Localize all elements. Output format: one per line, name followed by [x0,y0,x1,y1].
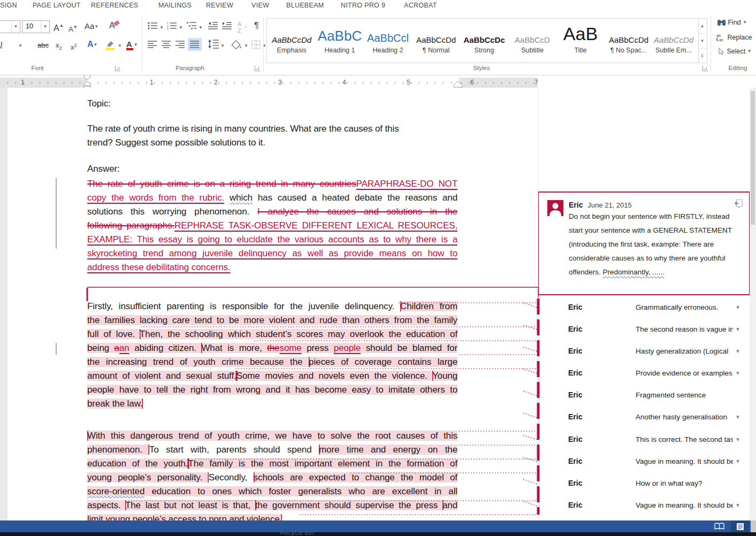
style-strong[interactable]: AaBbCcDc Strong [461,19,508,63]
chevron-down-icon[interactable]: ▼ [220,41,225,51]
text-effects-button[interactable]: A▼ [87,40,97,50]
chevron-down-icon[interactable]: ▼ [735,326,740,332]
style-no-spacing[interactable]: AaBbCcDd ¶ No Spac... [605,19,652,63]
tab-references[interactable]: REFERENCES [91,2,138,9]
styles-gallery-expand[interactable]: ⊻ [698,49,707,63]
tab-acrobat[interactable]: ACROBAT [404,2,437,9]
chevron-down-icon[interactable]: ▼ [159,23,164,33]
clear-formatting-button[interactable]: A [109,21,115,30]
align-right-button[interactable] [175,41,185,49]
comment-author[interactable]: Eric [569,201,583,209]
comment-body[interactable]: Do not begin your sentence with FIRSTLY,… [569,210,736,279]
status-bar [0,520,756,532]
comment-card-expanded[interactable]: Eric June 21, 2015 Do not begin your sen… [538,192,750,295]
subscript-button[interactable]: x2 [56,41,62,53]
print-layout-button[interactable] [731,520,749,532]
chevron-down-icon[interactable]: ▼ [179,23,183,33]
shading-button[interactable] [231,40,243,49]
underline-button[interactable]: U [0,40,3,49]
chevron-down-icon[interactable]: ▼ [118,41,122,51]
tab-mailings[interactable]: MAILINGS [158,2,192,9]
print-layout-icon [736,523,744,531]
styles-dialog-launcher[interactable] [702,66,708,71]
right-indent-marker[interactable] [453,81,463,88]
comment-row[interactable]: Eric Provide evidence or examples ▼ [538,367,750,389]
tab-page-layout[interactable]: PAGE LAYOUT [33,2,81,9]
replace-button[interactable]: abac Replace [716,33,752,41]
font-dialog-launcher[interactable] [115,66,120,71]
comment-row[interactable]: Eric Another hasty generalisation ▼ [538,411,750,433]
comment-row[interactable]: Eric This is correct. The second task ▼ [538,433,750,455]
change-case-button[interactable]: Aa▼ [85,21,98,32]
highlight-color-button[interactable] [105,40,117,50]
comment-row[interactable]: Eric Fragmented sentence [538,389,750,411]
increase-indent-button[interactable] [222,21,232,30]
chevron-down-icon[interactable]: ▼ [735,458,740,464]
multilevel-list-button[interactable] [187,21,197,30]
chevron-down-icon[interactable]: ▼ [11,21,20,33]
comment-row[interactable]: Eric Vague in meaning. It should be ▼ [538,499,750,521]
find-button[interactable]: Find ▼ [717,19,747,26]
style-title[interactable]: AaB Title [557,19,604,63]
styles-gallery: AaBbCcDd Emphasis AaBbC Heading 1 AaBbCc… [266,18,699,63]
font-group-label: Font [21,65,54,71]
chevron-down-icon[interactable]: ▼ [735,437,740,442]
tab-view[interactable]: VIEW [251,2,269,9]
comment-row[interactable]: Eric Grammatically erroneous. ▼ [538,301,750,323]
style-subtle-emphasis[interactable]: AaBbCcDd Subtle Em... [650,19,697,63]
vertical-scrollbar[interactable] [750,88,756,520]
justify-button[interactable] [188,38,202,51]
style-subtitle[interactable]: AaBbCcD Subtitle [509,19,556,63]
styles-scroll-up[interactable]: ▲ [698,19,707,34]
chevron-down-icon[interactable]: ▼ [198,23,203,33]
line-spacing-button[interactable] [208,40,219,49]
tab-nitro-pro[interactable]: NITRO PRO 9 [341,2,385,9]
style-emphasis[interactable]: AaBbCcDd Emphasis [268,19,315,63]
paragraph-dialog-launcher[interactable] [255,66,260,71]
align-left-button[interactable] [148,41,157,49]
decrease-indent-button[interactable] [208,21,218,30]
style-heading1[interactable]: AaBbC Heading 1 [316,19,363,63]
select-button[interactable]: Select ▼ [718,48,752,55]
borders-button[interactable] [251,40,261,49]
comment-row[interactable]: Eric Hasty generalization (Logical ▼ [538,345,750,367]
font-size-combobox[interactable]: 10 ▼ [22,20,50,33]
numbering-button[interactable]: 123 [167,21,178,30]
comment-row[interactable]: Eric Vague in meaning. It should be ▼ [538,455,750,477]
font-name-combobox[interactable]: ▼ [0,20,20,33]
font-color-button[interactable]: A▼ [126,40,138,49]
horizontal-ruler[interactable]: 1 1 2 3 4 5 6 7 [0,78,756,88]
recycle-bin-label: Recycle Bin [280,532,314,536]
read-mode-button[interactable] [710,520,728,532]
tab-bluebeam[interactable]: BLUEBEAM [286,2,324,9]
strikethrough-button[interactable]: abc [37,41,49,50]
style-normal[interactable]: AaBbCcDd ¶ Normal [413,19,460,63]
font-size-value[interactable]: 10 [22,21,35,30]
superscript-button[interactable]: x2 [71,41,77,52]
reply-comment-icon[interactable] [734,199,743,208]
person-icon [547,200,563,216]
bullets-button[interactable] [148,21,158,30]
chevron-down-icon[interactable]: ▼ [735,348,740,354]
chevron-down-icon[interactable]: ▼ [41,21,49,33]
scrollbar-thumb[interactable] [751,91,755,225]
styles-group-label: Styles [460,65,503,71]
sort-button[interactable]: AZ↓ [238,21,241,34]
chevron-down-icon[interactable]: ▼ [735,414,740,420]
comment-row[interactable]: Eric The second reason is vague in ▼ [538,323,750,345]
shrink-font-button[interactable]: A▼ [68,22,78,34]
styles-scroll-down[interactable]: ▼ [698,34,707,49]
chevron-down-icon[interactable]: ▼ [735,502,740,508]
tab-design[interactable]: SIGN [0,2,17,9]
comment-row[interactable]: Eric How or in what way? [538,477,750,499]
styles-gallery-scroll: ▲ ▼ ⊻ [698,18,707,63]
show-paragraph-marks-button[interactable]: ¶ [254,21,259,30]
align-center-button[interactable] [162,41,171,49]
chevron-down-icon[interactable]: ▼ [244,41,248,51]
chevron-down-icon[interactable]: ▼ [18,41,22,51]
style-heading2[interactable]: AaBbCcl Heading 2 [364,19,411,63]
chevron-down-icon[interactable]: ▼ [735,304,740,310]
tab-review[interactable]: REVIEW [206,2,233,9]
grow-font-button[interactable]: A▲ [54,21,64,33]
chevron-down-icon[interactable]: ▼ [735,370,740,376]
